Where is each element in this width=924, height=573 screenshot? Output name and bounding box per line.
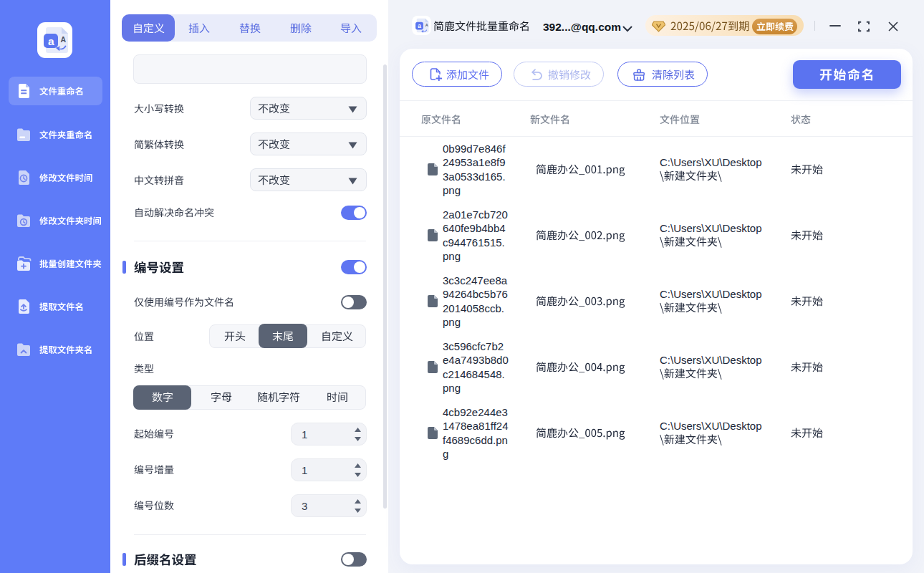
svg-text:a: a [418, 22, 421, 29]
svg-text:A: A [425, 23, 428, 27]
